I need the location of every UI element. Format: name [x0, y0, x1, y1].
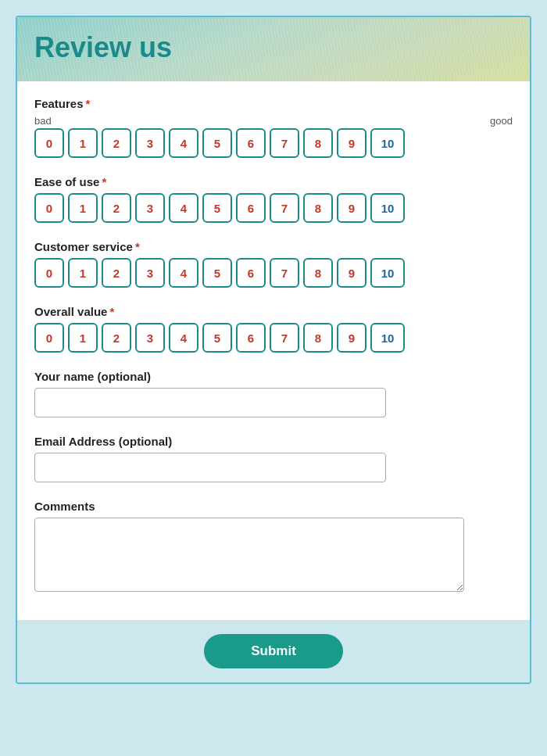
overall-value-section: Overall value* 0 1 2 3 4 5 6 7 8 9 10: [34, 305, 513, 353]
bad-label: bad: [34, 115, 52, 127]
features-rating-1[interactable]: 1: [68, 128, 98, 158]
email-input[interactable]: [34, 453, 386, 482]
ease-rating-5[interactable]: 5: [202, 193, 232, 223]
features-rating-0[interactable]: 0: [34, 128, 64, 158]
submit-button[interactable]: Submit: [204, 634, 343, 668]
ease-rating-3[interactable]: 3: [135, 193, 165, 223]
features-rating-5[interactable]: 5: [202, 128, 232, 158]
comments-textarea[interactable]: [34, 518, 464, 592]
email-section: Email Address (optional): [34, 435, 513, 482]
features-rating-2[interactable]: 2: [102, 128, 131, 158]
customer-rating-8[interactable]: 8: [303, 258, 333, 288]
overall-rating-1[interactable]: 1: [68, 323, 98, 353]
comments-section: Comments: [34, 500, 513, 595]
customer-rating-2[interactable]: 2: [102, 258, 131, 288]
good-label: good: [490, 115, 513, 127]
ease-rating-8[interactable]: 8: [303, 193, 333, 223]
overall-rating-row: 0 1 2 3 4 5 6 7 8 9 10: [34, 323, 513, 353]
customer-rating-6[interactable]: 6: [236, 258, 266, 288]
overall-rating-7[interactable]: 7: [270, 323, 299, 353]
ease-rating-0[interactable]: 0: [34, 193, 64, 223]
form-body: Features* bad good 0 1 2 3 4 5 6 7 8 9 1…: [17, 81, 530, 620]
ease-rating-1[interactable]: 1: [68, 193, 98, 223]
features-rating-9[interactable]: 9: [337, 128, 366, 158]
name-input[interactable]: [34, 388, 386, 417]
features-rating-4[interactable]: 4: [169, 128, 198, 158]
features-rating-6[interactable]: 6: [236, 128, 266, 158]
customer-rating-0[interactable]: 0: [34, 258, 64, 288]
customer-rating-1[interactable]: 1: [68, 258, 98, 288]
required-star-2: *: [102, 175, 106, 188]
page-title: Review us: [34, 31, 513, 64]
overall-rating-0[interactable]: 0: [34, 323, 64, 353]
ease-rating-6[interactable]: 6: [236, 193, 266, 223]
required-star: *: [86, 97, 91, 110]
ease-rating-7[interactable]: 7: [270, 193, 299, 223]
ease-rating-9[interactable]: 9: [337, 193, 366, 223]
required-star-3: *: [135, 240, 140, 253]
overall-rating-5[interactable]: 5: [202, 323, 232, 353]
email-label: Email Address (optional): [34, 435, 513, 448]
features-rating-row: 0 1 2 3 4 5 6 7 8 9 10: [34, 128, 513, 158]
comments-label: Comments: [34, 500, 513, 513]
overall-rating-8[interactable]: 8: [303, 323, 333, 353]
ease-rating-2[interactable]: 2: [102, 193, 131, 223]
ease-rating-10[interactable]: 10: [370, 193, 405, 223]
features-label: Features*: [34, 97, 513, 110]
features-rating-3[interactable]: 3: [135, 128, 165, 158]
features-rating-7[interactable]: 7: [270, 128, 299, 158]
form-footer: Submit: [17, 620, 530, 683]
ease-rating-4[interactable]: 4: [169, 193, 198, 223]
features-rating-8[interactable]: 8: [303, 128, 333, 158]
review-card: Review us Features* bad good 0 1 2 3 4 5…: [16, 16, 531, 684]
customer-rating-5[interactable]: 5: [202, 258, 232, 288]
customer-rating-9[interactable]: 9: [337, 258, 366, 288]
customer-rating-row: 0 1 2 3 4 5 6 7 8 9 10: [34, 258, 513, 288]
name-label: Your name (optional): [34, 370, 513, 383]
customer-rating-3[interactable]: 3: [135, 258, 165, 288]
overall-rating-4[interactable]: 4: [169, 323, 198, 353]
ease-of-use-section: Ease of use* 0 1 2 3 4 5 6 7 8 9 10: [34, 175, 513, 223]
overall-value-label: Overall value*: [34, 305, 513, 318]
overall-rating-10[interactable]: 10: [370, 323, 405, 353]
ease-of-use-label: Ease of use*: [34, 175, 513, 188]
page-header: Review us: [17, 17, 530, 81]
required-star-4: *: [109, 305, 114, 318]
overall-rating-2[interactable]: 2: [102, 323, 131, 353]
overall-rating-9[interactable]: 9: [337, 323, 366, 353]
features-rating-10[interactable]: 10: [370, 128, 405, 158]
features-section: Features* bad good 0 1 2 3 4 5 6 7 8 9 1…: [34, 97, 513, 158]
overall-rating-3[interactable]: 3: [135, 323, 165, 353]
customer-service-label: Customer service*: [34, 240, 513, 253]
customer-rating-10[interactable]: 10: [370, 258, 405, 288]
bad-good-row: bad good: [34, 115, 513, 127]
name-section: Your name (optional): [34, 370, 513, 417]
customer-rating-4[interactable]: 4: [169, 258, 198, 288]
customer-rating-7[interactable]: 7: [270, 258, 299, 288]
customer-service-section: Customer service* 0 1 2 3 4 5 6 7 8 9 10: [34, 240, 513, 288]
ease-rating-row: 0 1 2 3 4 5 6 7 8 9 10: [34, 193, 513, 223]
overall-rating-6[interactable]: 6: [236, 323, 266, 353]
